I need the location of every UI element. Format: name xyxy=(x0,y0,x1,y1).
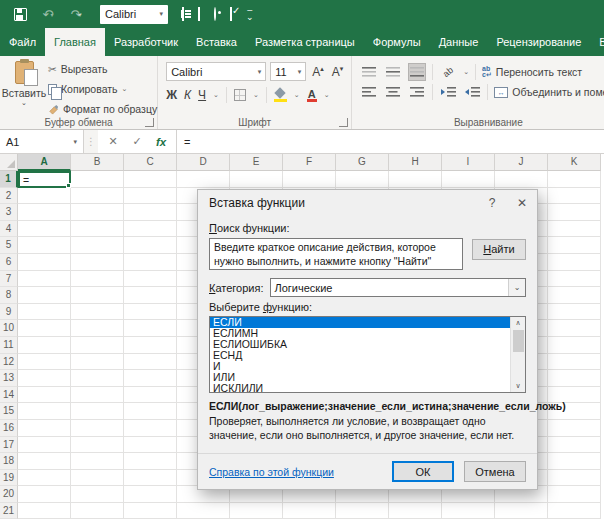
redo-button[interactable]: ↷▾ xyxy=(64,4,88,24)
cell-B19[interactable] xyxy=(71,470,124,487)
row-header-10[interactable]: 10 xyxy=(0,320,18,337)
cell-B11[interactable] xyxy=(71,337,124,354)
function-help-link[interactable]: Справка по этой функции xyxy=(209,466,334,478)
row-header-13[interactable]: 13 xyxy=(0,370,18,387)
cell-B3[interactable] xyxy=(71,204,124,221)
save-button[interactable] xyxy=(8,4,32,24)
scroll-up-icon[interactable]: ∧ xyxy=(515,317,520,329)
find-button[interactable]: Найти xyxy=(472,239,526,260)
function-item-ЕСЛИОШИБКА[interactable]: ЕСЛИОШИБКА xyxy=(210,339,510,350)
chevron-down-icon[interactable]: ⌄ xyxy=(463,68,469,76)
cell-K11[interactable] xyxy=(548,337,601,354)
font-size-combo[interactable]: 11 ▾ xyxy=(270,62,306,81)
column-header-K[interactable]: K xyxy=(548,154,601,171)
ok-button[interactable]: ОК xyxy=(392,461,454,482)
cell-B6[interactable] xyxy=(71,254,124,271)
cell-C7[interactable] xyxy=(124,271,177,288)
cell-I21[interactable] xyxy=(442,503,495,520)
cell-B2[interactable] xyxy=(71,188,124,205)
dialog-help-button[interactable]: ? xyxy=(477,196,507,210)
row-header-9[interactable]: 9 xyxy=(0,304,18,321)
dialog-close-button[interactable]: ✕ xyxy=(507,196,537,210)
cell-A10[interactable] xyxy=(18,320,71,337)
copy-button[interactable]: Копировать ⌄ xyxy=(48,80,157,98)
cell-C17[interactable] xyxy=(124,437,177,454)
cell-B21[interactable] xyxy=(71,503,124,520)
wrap-text-button[interactable]: abc↵ Переносить текст xyxy=(482,66,582,78)
row-header-20[interactable]: 20 xyxy=(0,486,18,503)
row-header-1[interactable]: 1 xyxy=(0,171,18,188)
cell-A3[interactable] xyxy=(18,204,71,221)
row-header-19[interactable]: 19 xyxy=(0,470,18,487)
chevron-down-icon[interactable]: ⌄ xyxy=(294,91,300,99)
cell-K6[interactable] xyxy=(548,254,601,271)
cell-K10[interactable] xyxy=(548,320,601,337)
cell-B5[interactable] xyxy=(71,237,124,254)
cell-K20[interactable] xyxy=(548,486,601,503)
align-top-button[interactable] xyxy=(360,63,378,81)
search-function-input[interactable]: Введите краткое описание действия, котор… xyxy=(209,238,463,270)
font-color-button[interactable]: А xyxy=(307,89,317,102)
cell-A8[interactable] xyxy=(18,287,71,304)
cell-C4[interactable] xyxy=(124,221,177,238)
cell-C3[interactable] xyxy=(124,204,177,221)
scroll-down-icon[interactable]: ∨ xyxy=(515,380,520,392)
column-header-H[interactable]: H xyxy=(389,154,442,171)
cell-K12[interactable] xyxy=(548,354,601,371)
tab-Главная[interactable]: Главная xyxy=(45,28,105,56)
cell-A9[interactable] xyxy=(18,304,71,321)
cell-B10[interactable] xyxy=(71,320,124,337)
column-header-E[interactable]: E xyxy=(230,154,283,171)
form-button[interactable] xyxy=(182,8,184,20)
cell-A5[interactable] xyxy=(18,237,71,254)
orientation-button[interactable]: ab xyxy=(439,63,457,81)
cell-A21[interactable] xyxy=(18,503,71,520)
cell-A16[interactable] xyxy=(18,420,71,437)
align-center-button[interactable] xyxy=(384,83,402,101)
cell-C2[interactable] xyxy=(124,188,177,205)
cell-A4[interactable] xyxy=(18,221,71,238)
category-select[interactable]: Логические ⌄ xyxy=(270,278,527,297)
cell-A12[interactable] xyxy=(18,354,71,371)
cell-E21[interactable] xyxy=(230,503,283,520)
cell-E1[interactable] xyxy=(230,171,283,188)
cell-B9[interactable] xyxy=(71,304,124,321)
font-dialog-launcher[interactable] xyxy=(339,118,348,127)
tab-Разработчик[interactable]: Разработчик xyxy=(105,28,187,56)
row-header-7[interactable]: 7 xyxy=(0,271,18,288)
column-header-C[interactable]: C xyxy=(124,154,177,171)
cell-B8[interactable] xyxy=(71,287,124,304)
cell-C15[interactable] xyxy=(124,403,177,420)
cell-A20[interactable] xyxy=(18,486,71,503)
fill-color-button[interactable] xyxy=(274,89,287,102)
cell-A19[interactable] xyxy=(18,470,71,487)
tab-Файл[interactable]: Файл xyxy=(0,28,45,56)
row-header-2[interactable]: 2 xyxy=(0,188,18,205)
row-header-8[interactable]: 8 xyxy=(0,287,18,304)
row-header-21[interactable]: 21 xyxy=(0,503,18,520)
cell-B14[interactable] xyxy=(71,387,124,404)
qat-font-name-combo[interactable]: Calibri ▾ xyxy=(100,5,168,24)
bold-button[interactable]: Ж xyxy=(166,88,177,102)
fill-handle[interactable] xyxy=(66,183,71,188)
row-header-11[interactable]: 11 xyxy=(0,337,18,354)
cell-A2[interactable] xyxy=(18,188,71,205)
cell-B12[interactable] xyxy=(71,354,124,371)
cell-J21[interactable] xyxy=(495,503,548,520)
cell-G1[interactable] xyxy=(336,171,389,188)
row-header-15[interactable]: 15 xyxy=(0,403,18,420)
cell-K16[interactable] xyxy=(548,420,601,437)
cell-C19[interactable] xyxy=(124,470,177,487)
textbox-button[interactable] xyxy=(198,8,200,20)
cell-F1[interactable] xyxy=(283,171,336,188)
cell-B4[interactable] xyxy=(71,221,124,238)
cell-C8[interactable] xyxy=(124,287,177,304)
cell-C5[interactable] xyxy=(124,237,177,254)
cell-B7[interactable] xyxy=(71,271,124,288)
row-header-4[interactable]: 4 xyxy=(0,221,18,238)
cell-A7[interactable] xyxy=(18,271,71,288)
cell-B20[interactable] xyxy=(71,486,124,503)
cell-K8[interactable] xyxy=(548,287,601,304)
chevron-down-icon[interactable]: ⌄ xyxy=(213,91,219,99)
underline-button[interactable]: Ч xyxy=(198,88,206,102)
